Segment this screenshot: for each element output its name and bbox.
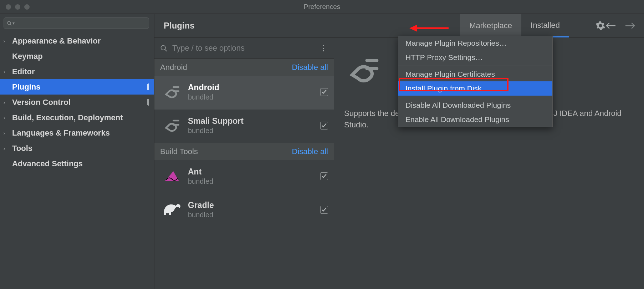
menu-disable-downloaded[interactable]: Disable All Downloaded Plugins (398, 98, 552, 112)
sidebar-item-appearance[interactable]: ›Appearance & Behavior (0, 33, 154, 49)
svg-marker-8 (165, 171, 179, 181)
window-titlebar: Preferences (0, 0, 644, 14)
check-icon (322, 90, 327, 95)
chevron-right-icon: › (0, 100, 9, 105)
sidebar-search-input[interactable]: ▾ (4, 17, 149, 29)
modified-indicator-icon (148, 84, 149, 90)
check-icon (322, 123, 327, 128)
settings-gear-button[interactable] (596, 21, 605, 31)
chevron-right-icon: › (0, 115, 9, 121)
svg-line-3 (165, 50, 167, 51)
tab-marketplace[interactable]: Marketplace (460, 14, 521, 37)
plugin-group-header-android: Android Disable all (154, 59, 334, 76)
sidebar-item-keymap[interactable]: Keymap (0, 49, 154, 64)
page-title: Plugins (154, 21, 195, 31)
plug-icon (160, 114, 184, 137)
plugin-enable-checkbox[interactable] (320, 88, 328, 96)
menu-manage-repos[interactable]: Manage Plugin Repositories… (398, 36, 552, 50)
tab-installed[interactable]: Installed (521, 14, 569, 36)
gradle-elephant-icon (160, 198, 184, 222)
search-icon (7, 21, 12, 26)
gear-icon (596, 21, 605, 31)
arrow-right-icon (625, 22, 635, 29)
plugin-row-android[interactable]: Androidbundled (154, 76, 334, 110)
sidebar-item-languages[interactable]: ›Languages & Frameworks (0, 125, 154, 141)
disable-all-android-link[interactable]: Disable all (292, 63, 328, 72)
window-title: Preferences (0, 3, 644, 11)
check-icon (322, 174, 327, 179)
search-icon (160, 45, 167, 52)
sidebar-item-advanced[interactable]: Advanced Settings (0, 156, 154, 171)
chevron-right-icon: › (0, 38, 9, 44)
plugin-group-header-buildtools: Build Tools Disable all (154, 143, 334, 160)
plugin-row-gradle[interactable]: Gradlebundled (154, 194, 334, 227)
plugin-enable-checkbox[interactable] (320, 172, 328, 180)
plugin-large-icon (344, 51, 383, 90)
check-icon (322, 207, 327, 212)
svg-point-0 (7, 21, 11, 25)
chevron-right-icon: › (0, 146, 9, 151)
chevron-right-icon: › (0, 69, 9, 75)
svg-point-9 (175, 208, 176, 210)
modified-indicator-icon (148, 99, 149, 106)
ant-icon (160, 164, 184, 188)
plugin-enable-checkbox[interactable] (320, 122, 328, 130)
plugin-search-input[interactable]: Type / to see options ⋮ (154, 38, 334, 59)
menu-install-from-disk[interactable]: Install Plugin from Disk… (398, 81, 552, 96)
plugin-list-panel: Type / to see options ⋮ Android Disable … (154, 38, 334, 289)
sidebar-item-version-control[interactable]: ›Version Control (0, 95, 154, 110)
menu-enable-downloaded[interactable]: Enable All Downloaded Plugins (398, 112, 552, 127)
search-options-button[interactable]: ⋮ (320, 47, 328, 49)
sidebar-item-tools[interactable]: ›Tools (0, 141, 154, 156)
nav-back-button[interactable] (605, 22, 615, 29)
plugin-row-ant[interactable]: Antbundled (154, 160, 334, 194)
plugin-row-smali[interactable]: Smali Supportbundled (154, 110, 334, 143)
svg-point-2 (161, 46, 166, 50)
sidebar-item-plugins[interactable]: Plugins (0, 79, 154, 95)
plug-icon (160, 80, 184, 104)
sidebar-item-editor[interactable]: ›Editor (0, 64, 154, 79)
chevron-right-icon: › (0, 130, 9, 136)
disable-all-buildtools-link[interactable]: Disable all (292, 147, 328, 156)
preferences-sidebar: ▾ ›Appearance & Behavior Keymap ›Editor … (0, 14, 154, 289)
plugin-enable-checkbox[interactable] (320, 206, 328, 214)
sidebar-item-build[interactable]: ›Build, Execution, Deployment (0, 110, 154, 125)
menu-manage-certs[interactable]: Manage Plugin Certificates (398, 67, 552, 81)
menu-http-proxy[interactable]: HTTP Proxy Settings… (398, 50, 552, 65)
svg-line-1 (10, 24, 12, 26)
gear-popup-menu: Manage Plugin Repositories… HTTP Proxy S… (398, 36, 553, 127)
arrow-left-icon (605, 22, 615, 29)
nav-forward-button[interactable] (625, 22, 635, 29)
